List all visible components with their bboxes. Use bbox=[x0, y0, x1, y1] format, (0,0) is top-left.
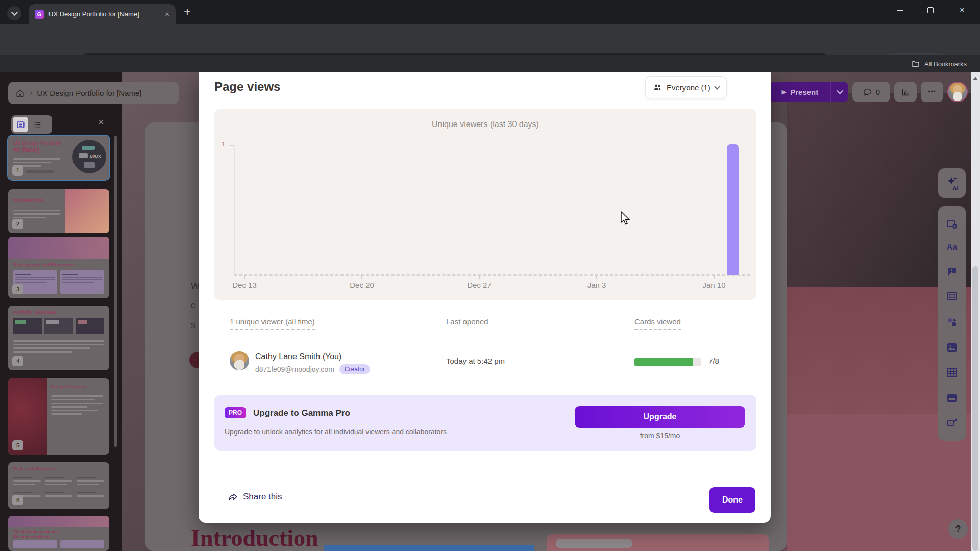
cards-viewed-progress bbox=[634, 358, 701, 366]
more-options-button[interactable]: ••• bbox=[921, 82, 943, 102]
viewer-email: d871fe09@moodjoy.com bbox=[255, 365, 334, 373]
tab-close-icon[interactable]: × bbox=[165, 10, 169, 18]
frame-icon[interactable] bbox=[946, 290, 958, 303]
browser-tab-strip: G UX Design Portfolio for [Name] × + × bbox=[0, 0, 980, 24]
last-opened-value: Today at 5:42 pm bbox=[446, 357, 505, 365]
share-this-label: Share this bbox=[243, 492, 282, 502]
window-minimize-button[interactable] bbox=[888, 0, 912, 20]
footer-divider bbox=[199, 472, 771, 472]
sidebar-scrollbar[interactable] bbox=[114, 136, 117, 447]
tab-search-button[interactable] bbox=[7, 6, 21, 20]
chevron-down-icon bbox=[837, 88, 843, 94]
cards-progress-fill bbox=[634, 358, 693, 366]
text-style-icon[interactable]: Aa bbox=[947, 243, 957, 252]
x-tick bbox=[479, 276, 480, 279]
x-tick-label: Dec 13 bbox=[232, 281, 257, 289]
table-header-cards-viewed[interactable]: Cards viewed bbox=[634, 317, 681, 330]
analytics-button[interactable] bbox=[894, 82, 917, 102]
layout-icon[interactable] bbox=[946, 392, 958, 404]
present-label: Present bbox=[790, 88, 818, 96]
share-this-button[interactable]: Share this bbox=[228, 492, 282, 502]
slide-thumbnail-1[interactable]: UX Design Portfolio for [Name] UI/UX 1 bbox=[8, 136, 109, 180]
doc-text-fragment: s bbox=[191, 320, 195, 331]
slide2-image bbox=[65, 189, 109, 233]
table-icon[interactable] bbox=[946, 366, 958, 379]
slide-number: 2 bbox=[12, 219, 23, 229]
browser-toolbar: ← → gamma.app/docs/UX-Design-Portfolio-f… bbox=[0, 24, 980, 55]
slide4-thumb bbox=[44, 318, 73, 334]
slide-title: Portfolio Showcase bbox=[13, 310, 56, 315]
more-dots-icon: ••• bbox=[928, 88, 936, 95]
slide-thumbnail-5[interactable]: Design Process 5 bbox=[8, 378, 109, 455]
modal-title: Page views bbox=[214, 80, 280, 94]
mouse-cursor bbox=[621, 211, 632, 227]
slide-thumbnail-2[interactable]: Introduction 2 bbox=[8, 189, 109, 233]
slide1-graphic: UI/UX bbox=[72, 140, 106, 173]
ai-assistant-button[interactable]: Ai bbox=[938, 168, 966, 198]
present-dropdown[interactable] bbox=[830, 82, 848, 102]
doc-section-heading: Introduction bbox=[191, 524, 318, 551]
y-axis-tick bbox=[229, 145, 234, 146]
list-view-toggle[interactable] bbox=[30, 117, 45, 132]
window-maximize-button[interactable] bbox=[919, 0, 942, 20]
add-card-icon[interactable] bbox=[946, 218, 958, 230]
slide-thumbnail-3[interactable]: Background and Experience 3 bbox=[8, 237, 109, 298]
tab-title: UX Design Portfolio for [Name] bbox=[48, 10, 160, 18]
comments-button[interactable]: 0 bbox=[852, 82, 890, 102]
slide-thumbnail-7[interactable]: Client Testimonials and Recommendations bbox=[8, 516, 109, 551]
slide3-banner bbox=[8, 237, 109, 259]
pro-badge: PRO bbox=[225, 407, 246, 418]
audience-dropdown[interactable]: Everyone (1) bbox=[645, 76, 727, 98]
home-icon[interactable] bbox=[15, 88, 25, 98]
scrollbar-up-icon[interactable] bbox=[973, 77, 978, 80]
table-header-last-opened: Last opened bbox=[446, 317, 488, 329]
maximize-icon bbox=[927, 7, 934, 13]
scrollbar-thumb[interactable] bbox=[972, 266, 978, 551]
unique-viewers-chart: Unique viewers (last 30 days) 1 Dec 13 D… bbox=[214, 109, 756, 300]
window-close-button[interactable]: × bbox=[950, 0, 974, 20]
slide-title: Client Testimonials and Recommendations bbox=[13, 529, 90, 539]
slide-number: 1 bbox=[12, 165, 23, 176]
grid-view-icon bbox=[16, 120, 25, 129]
folder-icon bbox=[911, 60, 920, 68]
upgrade-price: from $15/mo bbox=[575, 432, 745, 440]
new-tab-button[interactable]: + bbox=[184, 5, 191, 19]
slide-thumbnail-4[interactable]: Portfolio Showcase 4 bbox=[8, 306, 109, 370]
callout-icon[interactable] bbox=[946, 265, 958, 278]
shapes-icon[interactable] bbox=[946, 316, 958, 328]
present-button[interactable]: ▶Present bbox=[770, 82, 848, 102]
user-avatar[interactable] bbox=[947, 82, 968, 102]
done-button[interactable]: Done bbox=[709, 487, 755, 513]
bar-chart-icon bbox=[901, 87, 911, 97]
y-axis-line bbox=[234, 145, 235, 276]
x-tick bbox=[361, 276, 362, 279]
x-tick-label: Jan 3 bbox=[587, 281, 606, 289]
all-bookmarks-button[interactable]: All Bookmarks bbox=[924, 60, 967, 68]
breadcrumb[interactable]: › UX Design Portfolio for [Name] bbox=[8, 82, 179, 104]
form-edit-icon[interactable] bbox=[946, 417, 958, 429]
page-scrollbar[interactable] bbox=[971, 72, 980, 551]
slide4-thumb bbox=[76, 318, 104, 334]
share-icon bbox=[228, 492, 238, 502]
sidebar-close-icon[interactable]: × bbox=[98, 116, 104, 128]
ai-label: Ai bbox=[953, 185, 959, 191]
upgrade-button[interactable]: Upgrade bbox=[575, 406, 745, 428]
upgrade-banner: PRO Upgrade to Gamma Pro Upgrade to unlo… bbox=[214, 395, 756, 451]
gamma-app-area: W c s Introduction › UX Design Portfolio… bbox=[0, 72, 980, 551]
grid-view-toggle[interactable] bbox=[13, 117, 28, 132]
upgrade-banner-subtitle: Upgrade to unlock analytics for all indi… bbox=[225, 428, 447, 436]
browser-tab[interactable]: G UX Design Portfolio for [Name] × bbox=[29, 4, 176, 24]
viewer-bar-jan10[interactable] bbox=[727, 144, 739, 275]
list-view-icon bbox=[33, 120, 42, 129]
x-tick-label: Dec 20 bbox=[350, 281, 374, 289]
selection-highlight bbox=[324, 545, 534, 551]
breadcrumb-title: UX Design Portfolio for [Name] bbox=[37, 89, 141, 97]
bookmarks-bar: All Bookmarks bbox=[0, 55, 980, 72]
help-button[interactable]: ? bbox=[948, 519, 968, 539]
table-header-viewers[interactable]: 1 unique viewer (all time) bbox=[230, 317, 315, 330]
slide-thumbnail-6[interactable]: Skills and Expertise 6 bbox=[8, 462, 109, 509]
comments-count: 0 bbox=[876, 88, 880, 96]
image-icon[interactable] bbox=[946, 341, 958, 354]
slide-title: Introduction bbox=[13, 197, 43, 204]
breadcrumb-separator: › bbox=[30, 88, 32, 97]
